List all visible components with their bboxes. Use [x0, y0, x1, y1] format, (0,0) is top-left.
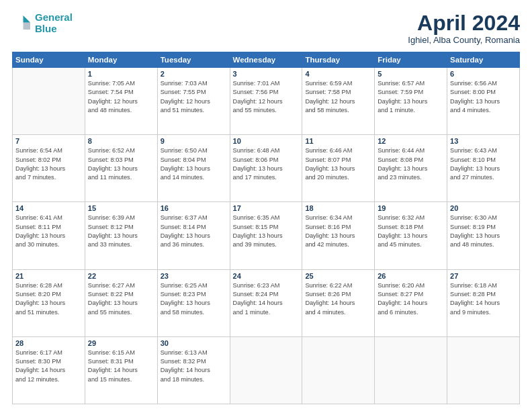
day-number: 1 — [88, 70, 154, 78]
day-info: Sunrise: 6:37 AM Sunset: 8:14 PM Dayligh… — [161, 214, 227, 249]
day-number: 25 — [305, 272, 371, 280]
day-cell: 17Sunrise: 6:35 AM Sunset: 8:15 PM Dayli… — [230, 202, 302, 269]
day-number: 14 — [15, 204, 82, 212]
day-number: 16 — [161, 204, 227, 212]
day-cell: 22Sunrise: 6:27 AM Sunset: 8:22 PM Dayli… — [85, 269, 157, 336]
day-number: 7 — [15, 137, 82, 145]
day-cell: 4Sunrise: 6:59 AM Sunset: 7:58 PM Daylig… — [302, 68, 375, 135]
day-info: Sunrise: 6:18 AM Sunset: 8:28 PM Dayligh… — [450, 281, 517, 317]
header-cell-saturday: Saturday — [447, 52, 520, 68]
header: General Blue April 2024 Ighiel, Alba Cou… — [12, 12, 520, 45]
day-number: 23 — [161, 272, 227, 280]
week-row-2: 7Sunrise: 6:54 AM Sunset: 8:02 PM Daylig… — [13, 135, 520, 202]
day-info: Sunrise: 6:46 AM Sunset: 8:07 PM Dayligh… — [305, 146, 371, 182]
day-cell — [447, 336, 520, 404]
day-cell: 1Sunrise: 7:05 AM Sunset: 7:54 PM Daylig… — [85, 68, 157, 135]
day-info: Sunrise: 7:05 AM Sunset: 7:54 PM Dayligh… — [88, 79, 154, 115]
day-cell: 15Sunrise: 6:39 AM Sunset: 8:12 PM Dayli… — [85, 202, 157, 269]
day-cell — [230, 336, 302, 404]
day-cell: 8Sunrise: 6:52 AM Sunset: 8:03 PM Daylig… — [85, 135, 157, 202]
day-cell: 18Sunrise: 6:34 AM Sunset: 8:16 PM Dayli… — [302, 202, 375, 269]
day-number: 10 — [233, 137, 300, 145]
day-info: Sunrise: 6:50 AM Sunset: 8:04 PM Dayligh… — [161, 146, 227, 182]
header-cell-tuesday: Tuesday — [157, 52, 230, 68]
day-info: Sunrise: 6:20 AM Sunset: 8:27 PM Dayligh… — [378, 281, 444, 317]
page: General Blue April 2024 Ighiel, Alba Cou… — [0, 0, 532, 411]
day-number: 6 — [450, 70, 517, 78]
logo: General Blue — [12, 12, 73, 34]
day-cell — [302, 336, 375, 404]
day-cell: 29Sunrise: 6:15 AM Sunset: 8:31 PM Dayli… — [85, 336, 157, 404]
day-info: Sunrise: 6:25 AM Sunset: 8:23 PM Dayligh… — [161, 281, 227, 317]
day-number: 26 — [378, 272, 444, 280]
day-cell: 6Sunrise: 6:56 AM Sunset: 8:00 PM Daylig… — [447, 68, 520, 135]
day-cell: 30Sunrise: 6:13 AM Sunset: 8:32 PM Dayli… — [157, 336, 230, 404]
day-cell: 2Sunrise: 7:03 AM Sunset: 7:55 PM Daylig… — [157, 68, 230, 135]
day-info: Sunrise: 6:35 AM Sunset: 8:15 PM Dayligh… — [233, 214, 300, 249]
day-cell — [13, 68, 85, 135]
day-cell: 26Sunrise: 6:20 AM Sunset: 8:27 PM Dayli… — [375, 269, 447, 336]
day-info: Sunrise: 6:15 AM Sunset: 8:31 PM Dayligh… — [88, 349, 154, 384]
day-cell: 10Sunrise: 6:48 AM Sunset: 8:06 PM Dayli… — [230, 135, 302, 202]
day-number: 19 — [378, 204, 444, 212]
day-cell — [375, 336, 447, 404]
day-number: 15 — [88, 204, 154, 212]
day-info: Sunrise: 6:44 AM Sunset: 8:08 PM Dayligh… — [378, 146, 444, 182]
day-number: 18 — [305, 204, 371, 212]
day-number: 30 — [161, 339, 227, 347]
day-number: 4 — [305, 70, 371, 78]
day-cell: 11Sunrise: 6:46 AM Sunset: 8:07 PM Dayli… — [302, 135, 375, 202]
svg-marker-0 — [24, 15, 31, 23]
day-info: Sunrise: 6:22 AM Sunset: 8:26 PM Dayligh… — [305, 281, 371, 317]
week-row-4: 21Sunrise: 6:28 AM Sunset: 8:20 PM Dayli… — [13, 269, 520, 336]
day-number: 22 — [88, 272, 154, 280]
day-info: Sunrise: 6:41 AM Sunset: 8:11 PM Dayligh… — [15, 214, 82, 249]
header-row: SundayMondayTuesdayWednesdayThursdayFrid… — [13, 52, 520, 68]
header-cell-wednesday: Wednesday — [230, 52, 302, 68]
day-info: Sunrise: 6:23 AM Sunset: 8:24 PM Dayligh… — [233, 281, 300, 317]
svg-marker-1 — [24, 22, 31, 30]
header-cell-sunday: Sunday — [13, 52, 85, 68]
day-number: 2 — [161, 70, 227, 78]
day-cell: 21Sunrise: 6:28 AM Sunset: 8:20 PM Dayli… — [13, 269, 85, 336]
day-cell: 27Sunrise: 6:18 AM Sunset: 8:28 PM Dayli… — [447, 269, 520, 336]
location: Ighiel, Alba County, Romania — [408, 35, 520, 45]
day-cell: 16Sunrise: 6:37 AM Sunset: 8:14 PM Dayli… — [157, 202, 230, 269]
day-number: 9 — [161, 137, 227, 145]
header-cell-friday: Friday — [375, 52, 447, 68]
day-info: Sunrise: 6:28 AM Sunset: 8:20 PM Dayligh… — [15, 281, 82, 317]
day-cell: 20Sunrise: 6:30 AM Sunset: 8:19 PM Dayli… — [447, 202, 520, 269]
day-number: 3 — [233, 70, 300, 78]
day-number: 11 — [305, 137, 371, 145]
calendar-body: 1Sunrise: 7:05 AM Sunset: 7:54 PM Daylig… — [13, 68, 520, 404]
day-number: 5 — [378, 70, 444, 78]
day-info: Sunrise: 6:32 AM Sunset: 8:18 PM Dayligh… — [378, 214, 444, 249]
day-info: Sunrise: 6:34 AM Sunset: 8:16 PM Dayligh… — [305, 214, 371, 249]
week-row-1: 1Sunrise: 7:05 AM Sunset: 7:54 PM Daylig… — [13, 68, 520, 135]
title-area: April 2024 Ighiel, Alba County, Romania — [408, 12, 520, 45]
day-cell: 24Sunrise: 6:23 AM Sunset: 8:24 PM Dayli… — [230, 269, 302, 336]
day-info: Sunrise: 6:52 AM Sunset: 8:03 PM Dayligh… — [88, 146, 154, 182]
day-info: Sunrise: 6:17 AM Sunset: 8:30 PM Dayligh… — [15, 349, 82, 384]
day-cell: 28Sunrise: 6:17 AM Sunset: 8:30 PM Dayli… — [13, 336, 85, 404]
day-cell: 19Sunrise: 6:32 AM Sunset: 8:18 PM Dayli… — [375, 202, 447, 269]
day-info: Sunrise: 6:43 AM Sunset: 8:10 PM Dayligh… — [450, 146, 517, 182]
day-cell: 9Sunrise: 6:50 AM Sunset: 8:04 PM Daylig… — [157, 135, 230, 202]
day-number: 13 — [450, 137, 517, 145]
day-number: 28 — [15, 339, 82, 347]
day-number: 24 — [233, 272, 300, 280]
day-cell: 25Sunrise: 6:22 AM Sunset: 8:26 PM Dayli… — [302, 269, 375, 336]
day-number: 20 — [450, 204, 517, 212]
logo-general: General — [35, 11, 73, 23]
day-cell: 12Sunrise: 6:44 AM Sunset: 8:08 PM Dayli… — [375, 135, 447, 202]
day-number: 8 — [88, 137, 154, 145]
day-info: Sunrise: 6:13 AM Sunset: 8:32 PM Dayligh… — [161, 349, 227, 384]
day-info: Sunrise: 6:48 AM Sunset: 8:06 PM Dayligh… — [233, 146, 300, 182]
logo-text: General Blue — [35, 12, 73, 34]
week-row-5: 28Sunrise: 6:17 AM Sunset: 8:30 PM Dayli… — [13, 336, 520, 404]
month-title: April 2024 — [408, 12, 520, 34]
calendar-header: SundayMondayTuesdayWednesdayThursdayFrid… — [13, 52, 520, 68]
day-cell: 23Sunrise: 6:25 AM Sunset: 8:23 PM Dayli… — [157, 269, 230, 336]
day-number: 29 — [88, 339, 154, 347]
day-info: Sunrise: 6:54 AM Sunset: 8:02 PM Dayligh… — [15, 146, 82, 182]
